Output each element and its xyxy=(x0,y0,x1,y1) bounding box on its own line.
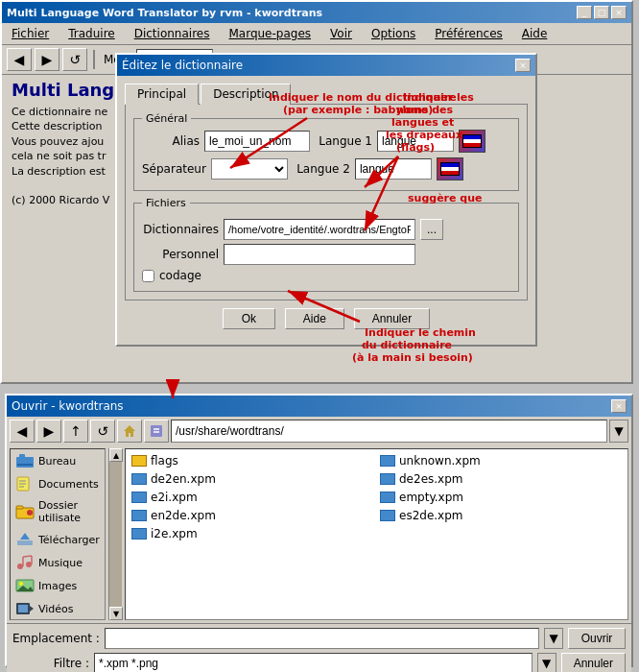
emplacement-input[interactable] xyxy=(105,628,539,649)
sidebar-item-musique[interactable]: Musique xyxy=(11,551,105,574)
menu-voir[interactable]: Voir xyxy=(325,25,357,42)
svg-point-29 xyxy=(27,510,33,516)
sidebar-images-label: Images xyxy=(38,580,77,592)
svg-point-32 xyxy=(17,564,23,569)
sidebar-item-bureau[interactable]: Bureau xyxy=(11,449,105,472)
list-item-empty[interactable]: empty.xpm xyxy=(377,489,625,506)
separateur-label: Séparateur xyxy=(142,162,206,176)
personnel-input[interactable] xyxy=(224,244,415,265)
sidebar-musique-label: Musique xyxy=(38,557,83,569)
svg-rect-21 xyxy=(19,454,25,458)
list-item-es2de[interactable]: es2de.xpm xyxy=(377,507,625,524)
list-item-de2en[interactable]: de2en.xpm xyxy=(129,470,376,488)
codage-label: codage xyxy=(159,269,201,282)
svg-line-35 xyxy=(23,556,32,557)
dict-tabs: Principal Description xyxy=(125,84,528,105)
refresh-button[interactable]: ↺ xyxy=(62,48,87,71)
open-dialog-close[interactable]: × xyxy=(611,399,627,413)
open-nav-bookmarks[interactable] xyxy=(144,420,169,443)
file-list-grid: flags unknown.xpm de2en.xpm de2es.xpm xyxy=(129,452,625,542)
menu-aide[interactable]: Aide xyxy=(517,25,553,42)
emplacement-dropdown[interactable]: ▼ xyxy=(544,628,563,649)
separateur-select[interactable] xyxy=(211,158,288,180)
files-legend: Fichiers xyxy=(142,197,190,209)
codage-checkbox[interactable] xyxy=(142,270,154,282)
title-bar-buttons: _ □ × xyxy=(577,6,627,19)
dict-label: Dictionnaires xyxy=(142,223,219,236)
svg-point-33 xyxy=(26,562,32,567)
open-file-button[interactable]: Ouvrir xyxy=(568,628,626,649)
telecharger-icon xyxy=(15,532,35,547)
open-nav-refresh[interactable]: ↺ xyxy=(90,420,115,443)
personnel-label: Personnel xyxy=(142,248,219,261)
sidebar-scroll-down[interactable]: ▼ xyxy=(109,607,123,620)
menu-options[interactable]: Options xyxy=(367,25,420,42)
list-item-unknown[interactable]: unknown.xpm xyxy=(377,452,625,469)
sidebar-item-documents[interactable]: Documents xyxy=(11,472,105,495)
sidebar-item-images[interactable]: Images xyxy=(11,574,105,597)
sidebar-dossier-label: Dossier utilisate xyxy=(38,499,100,524)
svg-rect-42 xyxy=(18,605,28,612)
langue1-flag-button[interactable] xyxy=(459,130,485,153)
filtre-input[interactable] xyxy=(94,653,532,672)
open-nav-home[interactable] xyxy=(117,420,142,443)
sidebar-scroll-up[interactable]: ▲ xyxy=(109,448,123,462)
minimize-button[interactable]: _ xyxy=(577,6,592,19)
langue2-flag-button[interactable] xyxy=(437,157,463,180)
menu-dictionnaires[interactable]: Dictionnaires xyxy=(130,25,215,42)
open-dialog-body: Bureau Documents Dossier utilisate Téléc… xyxy=(7,445,631,623)
langue2-input[interactable] xyxy=(355,158,432,180)
list-item-i2e[interactable]: i2e.xpm xyxy=(129,525,376,542)
svg-rect-22 xyxy=(17,464,33,466)
open-nav-back[interactable]: ◀ xyxy=(10,420,35,443)
list-item-en2de[interactable]: en2de.xpm xyxy=(129,507,376,524)
svg-marker-41 xyxy=(30,606,34,612)
open-path-dropdown[interactable]: ▼ xyxy=(609,420,628,443)
tab-principal[interactable]: Principal xyxy=(125,84,199,105)
list-item-flags[interactable]: flags xyxy=(129,452,376,469)
open-sidebar: Bureau Documents Dossier utilisate Téléc… xyxy=(10,448,106,620)
dict-dialog-buttons: Ok Aide Annuler xyxy=(125,300,528,337)
menu-preferences[interactable]: Préférences xyxy=(430,25,508,42)
list-item-e2i[interactable]: e2i.xpm xyxy=(129,489,376,506)
folder-icon xyxy=(131,455,147,467)
open-dialog: Ouvrir - kwordtrans × ◀ ▶ ↑ ↺ ▼ Bureau xyxy=(5,394,633,667)
tab-description[interactable]: Description xyxy=(201,84,291,105)
dict-dialog-close[interactable]: × xyxy=(515,59,531,72)
filtre-dropdown[interactable]: ▼ xyxy=(537,653,556,672)
open-annuler-button[interactable]: Annuler xyxy=(561,653,626,672)
dict-browse-button[interactable]: ... xyxy=(420,219,443,240)
svg-marker-31 xyxy=(20,533,30,540)
forward-button[interactable]: ▶ xyxy=(35,48,59,71)
filtre-row: Filtre : ▼ Annuler xyxy=(12,653,626,672)
menu-marque-pages[interactable]: Marque-pages xyxy=(224,25,316,42)
alias-row: Alias Langue 1 xyxy=(142,130,510,153)
langue1-input[interactable] xyxy=(377,131,454,152)
personnel-row: Personnel xyxy=(142,244,510,265)
sidebar-item-dossier[interactable]: Dossier utilisate xyxy=(11,495,105,528)
open-dialog-title: Ouvrir - kwordtrans xyxy=(12,399,124,413)
dict-dialog: Éditez le dictionnaire × Principal Descr… xyxy=(115,53,537,347)
menu-traduire[interactable]: Traduire xyxy=(63,25,119,42)
sidebar-item-telecharger[interactable]: Télécharger xyxy=(11,528,105,551)
open-path-input[interactable] xyxy=(171,420,607,443)
sidebar-scrollbar: ▲ ▼ xyxy=(108,448,122,620)
alias-input[interactable] xyxy=(204,131,310,152)
dict-path-row: Dictionnaires ... xyxy=(142,219,510,240)
annuler-button[interactable]: Annuler xyxy=(354,308,430,329)
sidebar-bureau-label: Bureau xyxy=(38,455,76,468)
open-nav-forward[interactable]: ▶ xyxy=(36,420,61,443)
dict-path-input[interactable] xyxy=(224,219,415,240)
sidebar-item-videos[interactable]: Vidéos xyxy=(11,597,105,620)
xpm-icon xyxy=(380,492,395,503)
list-item-de2es[interactable]: de2es.xpm xyxy=(377,470,625,488)
maximize-button[interactable]: □ xyxy=(594,6,609,19)
ok-button[interactable]: Ok xyxy=(223,308,275,329)
aide-button[interactable]: Aide xyxy=(285,308,344,329)
close-button[interactable]: × xyxy=(611,6,627,19)
dict-dialog-title: Éditez le dictionnaire xyxy=(122,59,243,72)
dict-dialog-content: Principal Description Général Alias Lang… xyxy=(117,76,535,345)
back-button[interactable]: ◀ xyxy=(7,48,32,71)
menu-fichier[interactable]: Fichier xyxy=(7,25,54,42)
open-nav-up[interactable]: ↑ xyxy=(63,420,88,443)
